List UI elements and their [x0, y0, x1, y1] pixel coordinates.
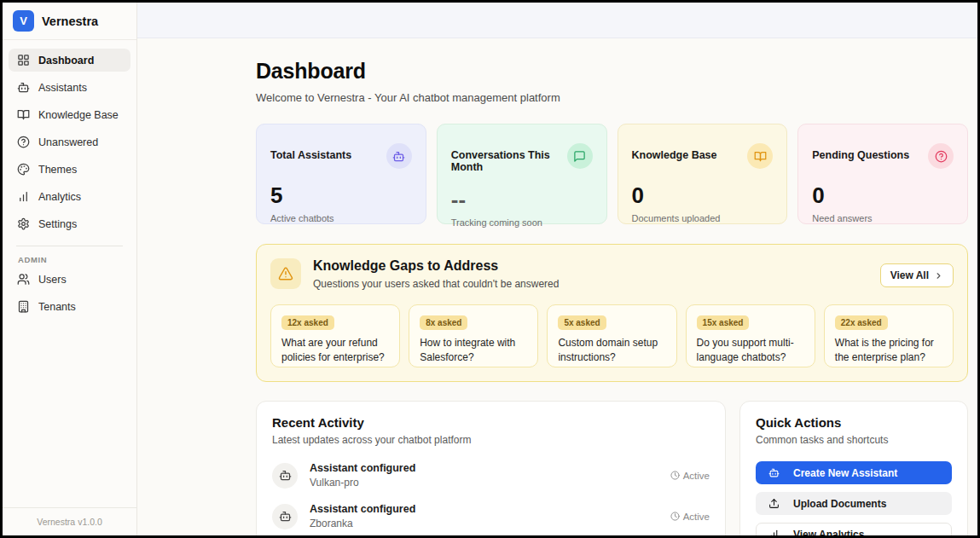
sidebar-divider [16, 246, 123, 246]
main-area: Dashboard Welcome to Vernestra - Your AI… [137, 3, 977, 535]
knowledge-gap-card[interactable]: 12x asked What are your refund policies … [270, 304, 400, 367]
page-subtitle: Welcome to Vernestra - Your AI chatbot m… [256, 91, 968, 104]
activity-assistant-name: Zboranka [310, 518, 415, 529]
page-title: Dashboard [256, 59, 968, 84]
actions-list: Create New Assistant Upload Documents Vi… [756, 461, 952, 535]
palette-icon [17, 163, 30, 176]
question-text: Custom domain setup instructions? [558, 336, 665, 365]
stat-subtitle: Active chatbots [270, 213, 412, 223]
status-label: Active [683, 512, 710, 522]
sidebar-item-users[interactable]: Users [9, 268, 130, 291]
asked-count-badge: 8x asked [420, 315, 467, 330]
activity-title: Assistant configured [310, 462, 415, 474]
knowledge-gaps-panel: Knowledge Gaps to Address Questions your… [256, 244, 968, 382]
status-badge: Active [670, 512, 710, 522]
message-square-icon [567, 143, 593, 169]
topbar [137, 3, 977, 38]
bar-chart-icon [768, 529, 780, 535]
stat-subtitle: Need answers [812, 213, 954, 223]
sidebar-item-label: Unanswered [38, 136, 98, 148]
stat-title: Knowledge Base [632, 143, 717, 161]
robot-icon [17, 81, 30, 94]
asked-count-badge: 12x asked [281, 315, 334, 330]
sidebar: V Vernestra Dashboard Assistants Knowled… [3, 3, 137, 535]
help-circle-icon [928, 143, 954, 169]
help-circle-icon [17, 136, 30, 148]
action-label: Create New Assistant [793, 467, 897, 479]
clock-icon [670, 512, 680, 521]
asked-count-badge: 22x asked [835, 315, 888, 330]
sidebar-item-analytics[interactable]: Analytics [9, 185, 130, 208]
sidebar-item-knowledge-base[interactable]: Knowledge Base [9, 103, 130, 126]
robot-icon [272, 463, 298, 489]
view-all-button[interactable]: View All [880, 263, 954, 287]
gear-icon [17, 217, 30, 230]
chevron-right-icon [934, 271, 943, 281]
building-icon [17, 300, 30, 313]
admin-section-label: ADMIN [18, 255, 130, 264]
recent-activity-subtitle: Latest updates across your chatbot platf… [272, 434, 710, 446]
sidebar-item-assistants[interactable]: Assistants [9, 76, 130, 99]
stat-card-total-assistants: Total Assistants 5 Active chatbots [256, 124, 426, 224]
sidebar-header: V Vernestra [3, 3, 136, 40]
view-all-label: View All [890, 269, 929, 281]
sidebar-item-dashboard[interactable]: Dashboard [9, 49, 130, 72]
knowledge-gap-cards: 12x asked What are your refund policies … [270, 304, 954, 367]
knowledge-gap-card[interactable]: 22x asked What is the pricing for the en… [824, 304, 954, 367]
knowledge-gaps-subtitle: Questions your users asked that couldn't… [313, 278, 559, 290]
dashboard-grid-icon [17, 54, 30, 67]
create-new-assistant-button[interactable]: Create New Assistant [756, 461, 952, 484]
app-version: Vernestra v1.0.0 [3, 507, 136, 535]
question-text: How to integrate with Salesforce? [420, 336, 527, 365]
stat-card-knowledge-base: Knowledge Base 0 Documents uploaded [618, 124, 788, 224]
sidebar-item-settings[interactable]: Settings [9, 212, 130, 235]
asked-count-badge: 5x asked [558, 315, 606, 330]
stat-card-conversations: Conversations This Month -- Tracking com… [437, 124, 607, 224]
sidebar-nav: Dashboard Assistants Knowledge Base Unan… [3, 40, 136, 318]
stat-card-pending-questions: Pending Questions 0 Need answers [797, 124, 968, 224]
sidebar-item-unanswered[interactable]: Unanswered [9, 130, 130, 153]
knowledge-gap-card[interactable]: 8x asked How to integrate with Salesforc… [409, 304, 538, 367]
activity-list: Assistant configured Vulkan-pro Active [272, 462, 710, 529]
quick-actions-panel: Quick Actions Common tasks and shortcuts… [739, 401, 968, 535]
stat-value: -- [451, 187, 593, 213]
stat-subtitle: Tracking coming soon [451, 217, 593, 228]
question-text: What is the pricing for the enterprise p… [835, 336, 942, 365]
stats-row: Total Assistants 5 Active chatbots Conve… [256, 124, 968, 224]
activity-row: Assistant configured Vulkan-pro Active [272, 462, 710, 489]
sidebar-item-label: Settings [38, 218, 77, 230]
sidebar-item-label: Users [38, 274, 67, 286]
action-label: Upload Documents [793, 498, 886, 510]
stat-title: Pending Questions [812, 143, 909, 161]
knowledge-gap-card[interactable]: 15x asked Do you support multi-language … [686, 304, 815, 367]
users-icon [17, 273, 30, 286]
sidebar-item-themes[interactable]: Themes [9, 158, 130, 181]
app-name: Vernestra [42, 14, 98, 28]
stat-title: Conversations This Month [451, 143, 567, 173]
stat-value: 0 [632, 182, 774, 209]
activity-assistant-name: Vulkan-pro [310, 477, 415, 489]
book-open-icon [747, 143, 773, 169]
robot-icon [272, 504, 298, 529]
sidebar-item-label: Tenants [38, 301, 76, 313]
knowledge-gap-card[interactable]: 5x asked Custom domain setup instruction… [547, 304, 676, 367]
clock-icon [670, 471, 680, 480]
app-logo: V [13, 10, 34, 32]
upload-documents-button[interactable]: Upload Documents [756, 492, 952, 515]
status-label: Active [683, 471, 710, 481]
stat-value: 0 [812, 182, 954, 209]
robot-icon [386, 143, 412, 169]
quick-actions-title: Quick Actions [756, 415, 952, 430]
recent-activity-panel: Recent Activity Latest updates across yo… [256, 401, 726, 535]
stat-title: Total Assistants [270, 143, 351, 161]
sidebar-item-tenants[interactable]: Tenants [9, 295, 130, 318]
sidebar-item-label: Knowledge Base [38, 109, 119, 121]
upload-icon [768, 498, 780, 509]
alert-triangle-icon [270, 258, 301, 289]
content-area: Dashboard Welcome to Vernestra - Your AI… [137, 38, 977, 535]
view-analytics-button[interactable]: View Analytics [756, 523, 952, 535]
quick-actions-subtitle: Common tasks and shortcuts [756, 434, 952, 446]
sidebar-item-label: Analytics [38, 191, 81, 203]
sidebar-item-label: Dashboard [38, 55, 94, 67]
action-label: View Analytics [793, 529, 864, 536]
